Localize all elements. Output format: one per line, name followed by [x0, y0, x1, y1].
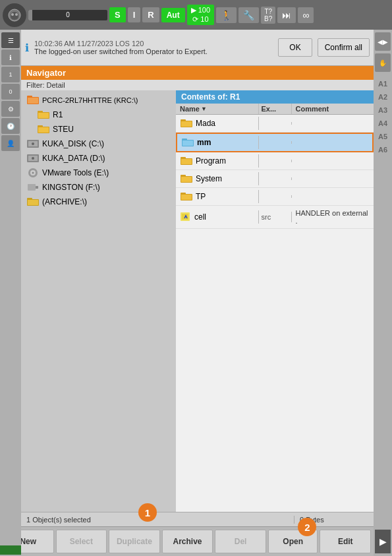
svg-rect-37: [181, 177, 192, 182]
tree-item-kingston[interactable]: KINGSTON (F:\): [21, 180, 176, 195]
content-list: Mada mm: [176, 115, 374, 514]
left-sidebar: ☰ ℹ 1 0 ⚙ 🕐 👤: [0, 30, 21, 556]
sidebar-menu-icon[interactable]: ☰: [1, 32, 20, 48]
content-item-tp[interactable]: TP: [176, 188, 374, 206]
walk-icon-btn[interactable]: 🚶: [216, 7, 237, 23]
tree-panel: PCRC-2RL7HHTTRE (KRC:\) R1 STEU: [21, 90, 176, 526]
tree-label-r1: R1: [53, 110, 63, 119]
sidebar-info-icon[interactable]: ℹ: [1, 49, 20, 65]
svg-rect-40: [181, 195, 192, 200]
svg-rect-31: [182, 140, 193, 146]
sidebar-settings-icon[interactable]: ⚙: [1, 101, 20, 117]
right-nav-btn[interactable]: ◀▶: [375, 32, 391, 51]
right-sidebar: ◀▶ ✋ A1 A2 A3 A4 A5 A6 ▶: [374, 30, 392, 556]
duplicate-button[interactable]: Duplicate: [109, 530, 160, 553]
item-ext-mm: [259, 141, 292, 144]
btn-aut[interactable]: Aut: [161, 8, 185, 22]
item-comment-system: [292, 177, 374, 180]
nav-body: PCRC-2RL7HHTTRE (KRC:\) R1 STEU: [21, 90, 374, 526]
right-arrow-btn[interactable]: ▶: [375, 530, 391, 553]
content-item-mada[interactable]: Mada: [176, 115, 374, 133]
tree-label-archive: (ARCHIVE:\): [42, 197, 87, 206]
info-bar: ℹ 10:02:36 AM 11/27/2023 LOS 120 The log…: [21, 30, 374, 66]
sidebar-num2-icon[interactable]: 0: [1, 84, 20, 100]
tree-item-steu[interactable]: STEU: [32, 122, 176, 137]
svg-rect-22: [36, 186, 38, 189]
item-comment-program: [292, 160, 374, 162]
info-message: The logged-on user switched from Operato…: [34, 47, 273, 55]
svg-rect-34: [181, 159, 192, 164]
col-name-header: Name▼: [176, 104, 259, 114]
wrench-icon-btn[interactable]: 🔧: [238, 7, 259, 23]
col-ext-header: Ex...: [259, 104, 292, 114]
tree-label-kuka-data: KUKA_DATA (D:\): [42, 154, 105, 163]
btn-i[interactable]: I: [128, 7, 141, 22]
robot-icon: [3, 3, 26, 27]
svg-rect-11: [38, 127, 49, 133]
tree-item-archive[interactable]: (ARCHIVE:\): [21, 195, 176, 209]
item-name-program: Program: [196, 156, 226, 166]
edit-button[interactable]: Edit: [320, 530, 371, 553]
item-name-mm: mm: [197, 138, 211, 147]
item-ext-program: [259, 160, 292, 162]
a5-label: A5: [378, 133, 387, 140]
tree-label-kingston: KINGSTON (F:\): [42, 183, 100, 192]
tree-item-vmware[interactable]: VMware Tools (E:\): [21, 166, 176, 180]
delete-button[interactable]: Del: [215, 530, 266, 553]
content-item-cell[interactable]: cell src HANDLER on external .: [176, 206, 374, 229]
svg-point-1: [11, 13, 14, 16]
item-name-system: System: [196, 174, 222, 183]
select-button[interactable]: Select: [56, 530, 107, 553]
svg-point-14: [32, 142, 34, 145]
a4-label: A4: [378, 119, 387, 127]
item-comment-mm: [292, 141, 373, 144]
tree-label-kuka-disk: KUKA_DISK (C:\): [42, 139, 104, 148]
item-ext-system: [259, 177, 292, 180]
content-table-header: Name▼ Ex... Comment: [176, 104, 374, 115]
navigator: Navigator Filter: Detail PCRC-2RL7HHTTRE…: [21, 66, 374, 526]
navigator-header: Navigator: [21, 66, 374, 80]
item-comment-mada: [292, 122, 374, 125]
col-comment-header: Comment: [292, 104, 374, 114]
btn-speed[interactable]: ▶ 100 ⟳ 10: [187, 5, 214, 24]
tree-label-steu: STEU: [53, 125, 74, 134]
content-item-mm[interactable]: mm: [176, 133, 374, 152]
content-panel: Contents of: R1 Name▼ Ex... Comment Mada: [176, 90, 374, 526]
confirm-all-button[interactable]: Confirm all: [318, 38, 370, 57]
status-bar: 1 Object(s) selected 0 Bytes: [21, 512, 374, 526]
item-ext-cell: src: [259, 212, 292, 222]
badge-1: 1: [138, 503, 157, 522]
inf-btn[interactable]: ∞: [298, 7, 314, 23]
item-comment-tp: [292, 195, 374, 198]
right-hand-btn[interactable]: ✋: [375, 53, 391, 72]
tree-label-vmware: VMware Tools (E:\): [42, 168, 109, 177]
tree-item-kuka-data[interactable]: KUKA_DATA (D:\): [21, 151, 176, 166]
tree-item-kuka-disk[interactable]: KUKA_DISK (C:\): [21, 137, 176, 151]
tree-item-pcrc[interactable]: PCRC-2RL7HHTTRE (KRC:\): [21, 93, 176, 108]
tree-item-r1[interactable]: R1: [32, 108, 176, 122]
sidebar-clock-icon[interactable]: 🕐: [1, 118, 20, 134]
content-item-program[interactable]: Program: [176, 152, 374, 170]
sidebar-num1-icon[interactable]: 1: [1, 67, 20, 82]
content-item-system[interactable]: System: [176, 170, 374, 188]
item-name-mada: Mada: [196, 119, 215, 128]
btn-r[interactable]: R: [142, 7, 159, 22]
archive-button[interactable]: Archive: [162, 530, 213, 553]
btn-s[interactable]: S: [109, 7, 126, 22]
skip-btn[interactable]: ⏭: [277, 7, 296, 23]
a2-label: A2: [378, 93, 387, 101]
status-selected: 1 Object(s) selected: [21, 516, 294, 524]
svg-rect-25: [28, 200, 38, 205]
tree-label-pcrc: PCRC-2RL7HHTTRE (KRC:\): [42, 96, 138, 104]
svg-rect-8: [38, 113, 49, 118]
svg-rect-21: [28, 184, 36, 191]
item-name-cell: cell: [194, 212, 206, 222]
t-b-btn[interactable]: T?B?: [261, 7, 275, 24]
filter-bar: Filter: Detail: [21, 80, 374, 90]
ok-button[interactable]: OK: [278, 38, 312, 57]
progress-bar: 0: [28, 10, 107, 20]
info-time: 10:02:36 AM 11/27/2023 LOS 120: [34, 40, 273, 47]
sidebar-person-icon[interactable]: 👤: [1, 135, 20, 151]
a3-label: A3: [378, 106, 387, 114]
svg-point-2: [15, 13, 18, 16]
